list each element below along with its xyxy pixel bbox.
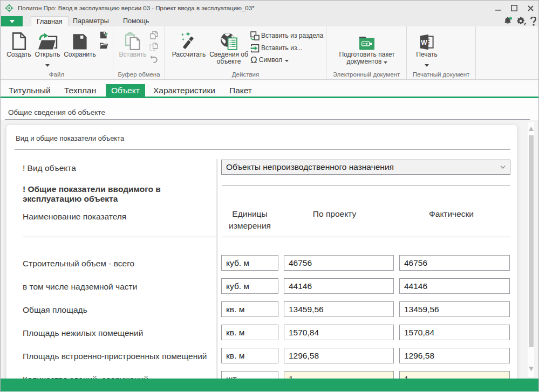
ribbon-tab-help[interactable]: Помощь <box>118 16 154 26</box>
paste-button[interactable]: Вставить <box>119 29 147 58</box>
actual-input[interactable]: 13459,56 <box>399 301 510 317</box>
save-as-button[interactable] <box>99 30 108 40</box>
object-info-button[interactable]: Сведения обобъекте <box>209 29 248 65</box>
ribbon-tab-home[interactable]: Главная <box>31 16 69 26</box>
unit-input[interactable]: куб. м <box>221 278 278 294</box>
copy-icon <box>150 31 158 39</box>
doc-tab-object[interactable]: Объект <box>106 84 145 97</box>
unit-input[interactable]: куб. м <box>221 255 278 271</box>
object-info-label: Сведения обобъекте <box>209 51 248 65</box>
actual-input[interactable]: 1296,58 <box>399 348 510 363</box>
ribbon-group-actions: Рассчитать <box>165 26 326 79</box>
row-label: Общая площадь <box>23 305 87 315</box>
project-value: 46756 <box>289 258 312 268</box>
project-input[interactable]: 1296,58 <box>284 348 394 363</box>
actual-value: 46756 <box>404 258 427 268</box>
ribbon-group-label-file: Файл <box>1 71 113 78</box>
paste-icon <box>125 32 141 50</box>
create-button[interactable]: Создать <box>5 29 33 58</box>
object-kind-select[interactable]: Объекты непроизводственного назначения <box>221 160 510 175</box>
copy-button[interactable] <box>149 30 159 40</box>
doc-tab-title[interactable]: Титульный <box>9 84 51 97</box>
section-title: Общие сведения об объекте <box>8 108 105 116</box>
insert-from-section-button[interactable]: Вставить из раздела <box>250 30 323 41</box>
content-area: Вид и общие показатели объекта ! Вид объ… <box>1 120 538 379</box>
save-button[interactable]: Сохранить <box>63 29 97 58</box>
project-value: 1570,84 <box>289 328 319 338</box>
print-button[interactable]: W Печать <box>411 29 443 69</box>
actual-input[interactable]: 44146 <box>399 278 510 294</box>
print-label: Печать <box>416 51 437 58</box>
maximize-button[interactable] <box>506 1 522 16</box>
paste-special-button[interactable] <box>149 42 159 52</box>
symbol-button[interactable]: Ω Символ <box>250 54 290 65</box>
maximize-icon <box>511 5 517 11</box>
open-button[interactable]: Открыть <box>33 29 62 69</box>
help-icon[interactable] <box>530 17 537 26</box>
project-input[interactable]: 13459,56 <box>284 301 394 317</box>
name-column-label: Наименование показателя <box>23 212 126 222</box>
section-divider <box>5 119 530 120</box>
calculate-label: Рассчитать <box>172 51 206 58</box>
doc-tab-characteristics[interactable]: Характеристики <box>153 84 215 97</box>
calculate-button[interactable]: Рассчитать <box>170 29 207 58</box>
prepare-package-line2: документов <box>346 58 381 65</box>
doc-tab-package[interactable]: Пакет <box>229 84 252 97</box>
insert-from-icon <box>250 44 260 53</box>
save-as-icon <box>100 31 108 39</box>
paste-special-icon <box>149 43 158 51</box>
actual-input[interactable]: 1570,84 <box>399 325 510 340</box>
vertical-scrollbar[interactable] <box>528 122 534 377</box>
unit-input[interactable]: кв. м <box>221 325 278 340</box>
omega-icon: Ω <box>250 56 257 65</box>
close-button[interactable] <box>522 1 538 16</box>
title-bar: Полигон Про: Ввод в эксплуатацию версии … <box>1 1 538 16</box>
unit-value: куб. м <box>226 281 249 291</box>
combo-chevron-icon <box>500 166 506 169</box>
file-menu-button[interactable] <box>1 16 23 26</box>
project-input[interactable]: 44146 <box>284 278 394 294</box>
status-bar <box>1 379 538 391</box>
open-recent-button[interactable] <box>99 41 108 51</box>
project-input[interactable]: 46756 <box>284 255 394 271</box>
doc-tab-techplan[interactable]: Техплан <box>64 84 96 97</box>
column-header-actual: Фактически <box>396 208 507 220</box>
project-input[interactable]: 1 <box>284 371 394 379</box>
table-divider-right <box>222 237 510 237</box>
insert-from-button[interactable]: Вставить из... <box>250 43 302 53</box>
prepare-package-button[interactable]: Подготовить пакетдокументов <box>332 29 402 65</box>
unit-value: кв. м <box>226 328 244 338</box>
ribbon-group-clipboard: Вставить <box>113 26 165 79</box>
column-header-project: По проекту <box>279 208 390 220</box>
actual-input[interactable]: 1 <box>399 371 510 379</box>
svg-text:W: W <box>421 39 427 46</box>
unit-value: кв. м <box>226 351 244 361</box>
unit-input[interactable]: кв. м <box>221 301 278 317</box>
scroll-up-icon[interactable] <box>529 126 534 131</box>
scrollbar-thumb[interactable] <box>529 135 534 347</box>
indicators-label: ! Общие показатели вводимого в эксплуата… <box>23 184 201 204</box>
prepare-package-caret-icon <box>384 61 387 64</box>
scroll-down-icon[interactable] <box>529 367 534 372</box>
prepare-package-line1: Подготовить пакет <box>339 51 394 58</box>
actual-input[interactable]: 46756 <box>399 255 510 271</box>
row-label: Площадь встроенно-пристроенных помещений <box>23 352 207 361</box>
project-input[interactable]: 1570,84 <box>284 325 394 340</box>
minimize-button[interactable] <box>490 1 506 16</box>
unit-input[interactable]: кв. м <box>221 348 278 363</box>
ribbon-group-label-edoc: Электронный документ <box>326 71 406 78</box>
bell-icon[interactable] <box>503 17 513 25</box>
insert-from-section-icon <box>250 31 260 40</box>
actual-value: 13459,56 <box>404 305 439 314</box>
gears-icon[interactable] <box>516 17 526 25</box>
symbol-label: Символ <box>259 56 282 64</box>
project-value: 1 <box>289 374 294 379</box>
unit-value: кв. м <box>226 305 244 314</box>
panel-title-divider <box>15 149 510 150</box>
unit-input[interactable]: шт <box>221 371 278 379</box>
minimize-icon <box>495 5 501 11</box>
ribbon-tab-parameters[interactable]: Параметры <box>67 16 114 26</box>
open-label: Открыть <box>35 51 60 58</box>
section-header: Общие сведения об объекте <box>1 98 538 120</box>
undo-button[interactable] <box>149 54 159 64</box>
